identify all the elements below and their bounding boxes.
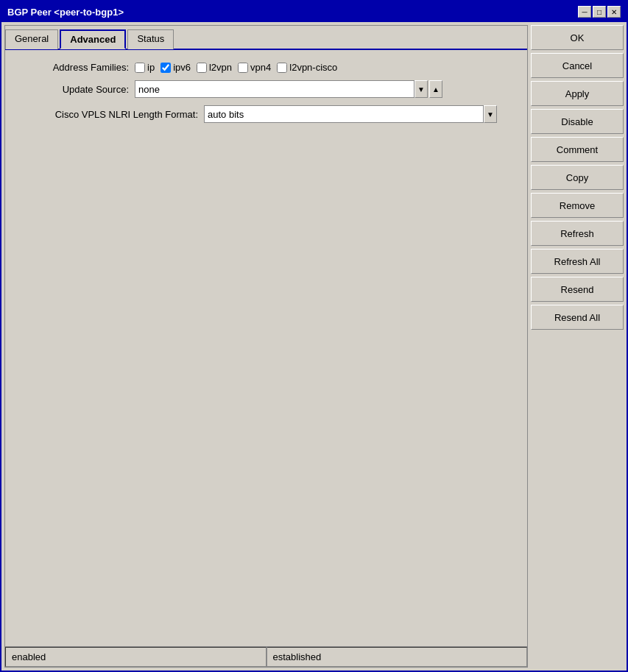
tab-bar: General Advanced Status [5,26,527,50]
apply-button[interactable]: Apply [531,81,624,106]
update-source-label: Update Source: [17,84,135,95]
ok-button[interactable]: OK [531,25,624,50]
cisco-vpls-dropdown-btn[interactable]: ▼ [484,105,497,123]
cisco-vpls-row: Cisco VPLS NLRI Length Format: auto bits… [17,105,515,123]
resend-all-button[interactable]: Resend All [531,305,624,330]
main-panel: General Advanced Status Address Families… [4,25,528,668]
checkbox-ipv6-input[interactable] [160,63,171,73]
minimize-button[interactable]: ─ [578,6,591,18]
maximize-button[interactable]: □ [593,6,606,18]
update-source-select[interactable]: none [135,80,414,98]
update-source-select-wrapper: none ▼ ▲ [135,80,442,98]
form-area: Address Families: ip ipv6 l2vpn [5,50,527,646]
checkbox-l2vpn-cisco-label: l2vpn-cisco [289,62,337,73]
refresh-all-button[interactable]: Refresh All [531,249,624,274]
checkbox-ip-input[interactable] [135,63,145,73]
title-controls: ─ □ ✕ [578,6,621,18]
comment-button[interactable]: Comment [531,137,624,162]
remove-button[interactable]: Remove [531,193,624,218]
refresh-button[interactable]: Refresh [531,221,624,246]
tab-advanced[interactable]: Advanced [60,29,126,49]
checkbox-l2vpn[interactable]: l2vpn [197,62,232,73]
update-source-row: Update Source: none ▼ ▲ [17,80,515,98]
checkbox-vpn4[interactable]: vpn4 [238,62,271,73]
checkbox-ip[interactable]: ip [135,62,155,73]
update-source-dropdown-btn[interactable]: ▼ [414,80,428,98]
cisco-vpls-label: Cisco VPLS NLRI Length Format: [17,109,204,120]
window-title: BGP Peer <peer-to-bgp1> [7,7,124,18]
checkbox-l2vpn-cisco-input[interactable] [277,63,287,73]
checkbox-ipv6-label: ipv6 [173,62,191,73]
checkbox-vpn4-label: vpn4 [250,62,271,73]
address-families-label: Address Families: [17,62,135,73]
update-source-up-btn[interactable]: ▲ [429,80,442,98]
checkbox-vpn4-input[interactable] [238,63,248,73]
status-left: enabled [5,647,267,667]
status-bar: enabled established [5,646,527,667]
address-families-checkboxes: ip ipv6 l2vpn vpn4 [135,62,337,73]
close-button[interactable]: ✕ [607,6,621,18]
cancel-button[interactable]: Cancel [531,53,624,78]
disable-button[interactable]: Disable [531,109,624,134]
cisco-vpls-select-wrapper: auto bits ▼ [204,105,497,123]
sidebar: OK Cancel Apply Disable Comment Copy Rem… [528,22,627,671]
checkbox-l2vpn-label: l2vpn [209,62,232,73]
cisco-vpls-select[interactable]: auto bits [204,105,484,123]
tab-status[interactable]: Status [127,29,174,49]
title-bar: BGP Peer <peer-to-bgp1> ─ □ ✕ [1,1,627,22]
address-families-row: Address Families: ip ipv6 l2vpn [17,62,515,73]
content-area: General Advanced Status Address Families… [1,22,627,671]
checkbox-l2vpn-input[interactable] [197,63,207,73]
main-window: BGP Peer <peer-to-bgp1> ─ □ ✕ General Ad… [0,0,628,672]
tab-general[interactable]: General [5,29,58,49]
checkbox-ip-label: ip [147,62,155,73]
checkbox-l2vpn-cisco[interactable]: l2vpn-cisco [277,62,337,73]
status-right: established [267,647,528,667]
checkbox-ipv6[interactable]: ipv6 [160,62,191,73]
resend-button[interactable]: Resend [531,277,624,302]
copy-button[interactable]: Copy [531,165,624,190]
